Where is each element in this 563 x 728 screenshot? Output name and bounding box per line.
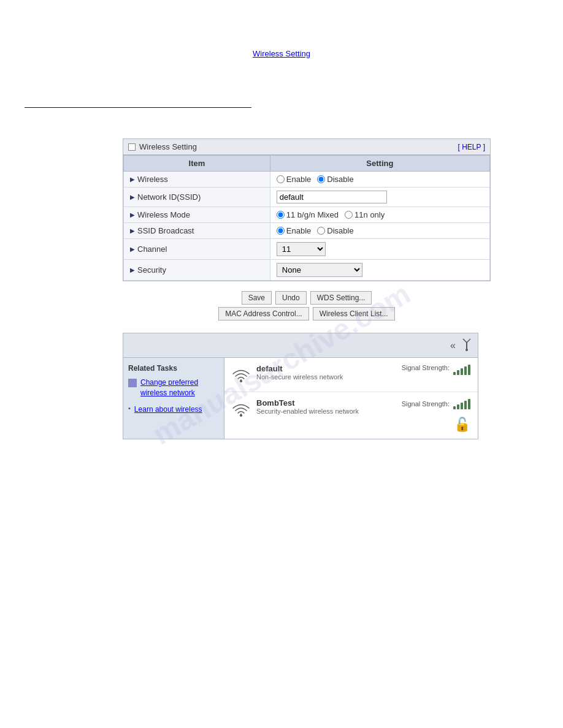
save-button[interactable]: Save (242, 291, 272, 305)
row-setting-3: EnableDisable (270, 223, 489, 239)
row-label-text-1: ▶ Network ID(SSID) (130, 192, 264, 202)
row-label-text-0: ▶ Wireless (130, 175, 264, 184)
row-label-2: ▶ Wireless Mode (124, 207, 270, 223)
taskbar-icons: « (450, 338, 473, 354)
radio-group-0: EnableDisable (277, 175, 483, 184)
radio-group-2: 11 b/g/n Mixed11n only (277, 210, 483, 219)
bar2 (457, 370, 459, 375)
antenna-icon (461, 338, 473, 354)
wifi-main-content: default Non-secure wireless network Sign… (224, 358, 478, 439)
radio-input-3-Enable[interactable] (277, 227, 285, 235)
learn-wireless-link[interactable]: Learn about wireless (134, 404, 202, 415)
wifi-sidebar: Related Tasks Change preferredwireless n… (123, 358, 224, 439)
signal-label-default: Signal Strength: (402, 364, 450, 371)
radio-option-3-Disable[interactable]: Disable (317, 226, 353, 235)
bar4 (464, 366, 467, 375)
change-preferred-link[interactable]: Change preferredwireless network (140, 377, 198, 398)
wifi-signal-icon-default (232, 366, 250, 385)
row-setting-1 (270, 188, 489, 207)
svg-point-5 (240, 414, 242, 417)
help-link[interactable]: [ HELP ] (458, 143, 485, 151)
mac-address-control-button[interactable]: MAC Address Control... (218, 307, 308, 320)
row-label-4: ▶ Channel (124, 239, 270, 260)
text-input-1[interactable] (277, 191, 387, 203)
lock-unicode-icon: 🔓 (454, 417, 470, 432)
radio-option-0-Enable[interactable]: Enable (277, 175, 311, 184)
network-signal-default: Signal Strength: (402, 364, 470, 375)
radio-input-0-Enable[interactable] (277, 175, 285, 183)
wireless-setting-panel: Wireless Setting [ HELP ] Item Setting ▶… (123, 138, 491, 281)
row-label-text-5: ▶ Security (130, 265, 264, 275)
sidebar-item-learn-wireless[interactable]: • Learn about wireless (128, 404, 219, 415)
radio-option-2-11b/g/nMixed[interactable]: 11 b/g/n Mixed (277, 210, 339, 219)
wireless-client-list-button[interactable]: Wireless Client List... (313, 307, 395, 320)
svg-point-3 (465, 349, 468, 351)
row-arrow-4: ▶ (130, 246, 135, 252)
signal-bars-default (453, 364, 470, 375)
row-arrow-3: ▶ (130, 227, 135, 234)
network-desc-bombtest: Security-enabled wireless network (256, 408, 402, 415)
panel-title-text: Wireless Setting (139, 142, 197, 151)
network-desc-default: Non-secure wireless network (256, 373, 402, 381)
bar3b (461, 403, 463, 409)
row-label-text-3: ▶ SSID Broadcast (130, 226, 264, 235)
wifi-signal-icon-bombtest (232, 401, 250, 420)
row-setting-2: 11 b/g/n Mixed11n only (270, 207, 489, 223)
select-4[interactable]: 11 (277, 242, 326, 256)
bar1b (453, 406, 456, 409)
wds-setting-button[interactable]: WDS Setting... (310, 291, 372, 305)
sidebar-title: Related Tasks (128, 364, 219, 373)
radio-input-2-11b/g/nMixed[interactable] (277, 211, 285, 219)
row-label-3: ▶ SSID Broadcast (124, 223, 270, 239)
bar5b (468, 399, 470, 409)
radio-input-3-Disable[interactable] (317, 227, 325, 235)
bar3 (461, 368, 463, 375)
radio-input-0-Disable[interactable] (317, 175, 325, 183)
radio-option-2-11nonly[interactable]: 11n only (345, 210, 385, 219)
row-arrow-2: ▶ (130, 211, 135, 218)
panel-title: Wireless Setting (128, 142, 197, 151)
radio-input-2-11nonly[interactable] (345, 211, 353, 219)
panel-header: Wireless Setting [ HELP ] (123, 139, 490, 155)
radio-option-3-Enable[interactable]: Enable (277, 226, 311, 235)
settings-table: Item Setting ▶ WirelessEnableDisable▶ Ne… (123, 155, 490, 281)
bar2b (457, 404, 459, 409)
network-signal-bombtest: Signal Strength: 🔓 (402, 398, 470, 433)
wifi-network-list: Related Tasks Change preferredwireless n… (123, 357, 478, 439)
row-setting-0: EnableDisable (270, 172, 489, 188)
row-label-1: ▶ Network ID(SSID) (124, 188, 270, 207)
row-label-text-4: ▶ Channel (130, 245, 264, 254)
bar4b (464, 401, 467, 409)
sidebar-item-change-preferred[interactable]: Change preferredwireless network (128, 377, 219, 398)
row-arrow-5: ▶ (130, 267, 135, 273)
row-label-5: ▶ Security (124, 260, 270, 281)
top-link-area: Wireless Setting (25, 49, 538, 58)
network-entry-bombtest[interactable]: BombTest Security-enabled wireless netwo… (224, 392, 478, 439)
dot-bullet-icon: • (128, 404, 131, 412)
wireless-setting-link[interactable]: Wireless Setting (253, 49, 310, 58)
change-network-icon (128, 379, 137, 387)
network-entry-default[interactable]: default Non-secure wireless network Sign… (224, 358, 478, 392)
svg-line-1 (463, 339, 467, 343)
row-arrow-0: ▶ (130, 176, 135, 183)
back-arrows-icon[interactable]: « (450, 340, 456, 351)
lock-icon-bombtest: 🔓 (454, 417, 470, 433)
network-info-default: default Non-secure wireless network (256, 364, 402, 381)
network-info-bombtest: BombTest Security-enabled wireless netwo… (256, 398, 402, 415)
row-setting-4: 11 (270, 239, 489, 260)
panel-checkbox[interactable] (128, 143, 136, 151)
svg-line-2 (467, 339, 470, 343)
row-label-text-2: ▶ Wireless Mode (130, 210, 264, 219)
svg-point-4 (240, 380, 242, 382)
undo-button[interactable]: Undo (275, 291, 307, 305)
wifi-screenshot-panel: « Related Tasks (123, 333, 478, 439)
bar5 (468, 365, 470, 375)
network-name-default: default (256, 364, 402, 373)
section-divider (25, 107, 251, 108)
col-setting: Setting (270, 156, 489, 172)
row-arrow-1: ▶ (130, 194, 135, 200)
select-wide-5[interactable]: None (277, 263, 362, 277)
col-item: Item (124, 156, 270, 172)
radio-option-0-Disable[interactable]: Disable (317, 175, 353, 184)
network-name-bombtest: BombTest (256, 398, 402, 408)
